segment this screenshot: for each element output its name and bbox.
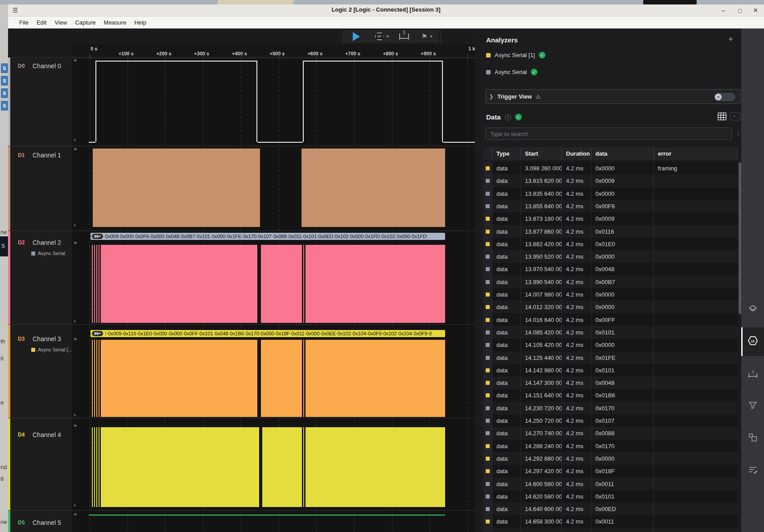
terminal-view-icon[interactable]: >_	[730, 112, 740, 120]
table-row[interactable]: data14.105 420 000 s4.2 ms0x0000	[483, 338, 738, 351]
waveform-burst	[92, 245, 102, 323]
annotations-icon[interactable]	[741, 457, 764, 485]
windows-icon[interactable]	[741, 424, 764, 453]
menu-capture[interactable]: Capture	[71, 16, 99, 29]
channel-analyzer-sublabel[interactable]: Async Serial [...	[31, 347, 72, 352]
analyzer-item[interactable]: Async Serial✓	[486, 69, 537, 75]
table-row[interactable]: data14.085 420 000 s4.2 ms0x0101	[483, 326, 738, 339]
table-row[interactable]: data14.270 740 000 s4.2 ms0x0088	[483, 427, 738, 440]
trigger-view-row[interactable]: ❯ Trigger View ⚠ ✕	[485, 89, 740, 104]
menu-measure[interactable]: Measure	[100, 16, 131, 29]
channel-name-label[interactable]: Channel 3	[33, 335, 61, 342]
measure-icon[interactable]: 3	[741, 361, 764, 389]
analyzer-hex-icon[interactable]: 1F	[741, 327, 764, 356]
ruler-tick-label: +800 s	[383, 51, 398, 56]
filter-icon-glyph	[748, 400, 758, 412]
table-row[interactable]: data13.855 640 000 s4.2 ms0x00F6	[483, 200, 738, 213]
table-header-duration[interactable]: Duration	[562, 147, 591, 160]
table-row[interactable]: data13.815 620 000 s4.2 ms0x0009	[483, 174, 738, 187]
channel-analyzer-sublabel[interactable]: Async Serial	[31, 251, 65, 256]
channel-name-label[interactable]: Channel 4	[33, 431, 61, 438]
table-row[interactable]: data14.230 720 000 s4.2 ms0x0170	[483, 402, 738, 415]
table-row[interactable]: data14.142 980 000 s4.2 ms0x0101	[483, 364, 738, 377]
table-row[interactable]: data14.250 720 000 s4.2 ms0x0107	[483, 414, 738, 427]
waveform-canvas[interactable]: 99+0x009·0x000·0x0F6·0x000·0x048·0x0B7·0…	[72, 58, 475, 532]
channel-name-label[interactable]: Channel 0	[33, 62, 61, 70]
table-row[interactable]: data13.882 420 000 s4.2 ms0x01E0	[483, 238, 738, 251]
table-row[interactable]: data14.620 580 000 s4.2 ms0x0101	[483, 490, 738, 503]
channel-color-stripe	[8, 231, 10, 324]
table-row[interactable]: data14.147 300 000 s4.2 ms0x0048	[483, 376, 738, 389]
table-row[interactable]: data13.950 520 000 s4.2 ms0x0000	[483, 250, 738, 263]
analyzer-item[interactable]: Async Serial [1]✓	[486, 52, 545, 58]
table-cell-duration: 4.2 ms	[562, 225, 591, 238]
table-row[interactable]: data13.835 640 000 s4.2 ms0x0000	[483, 187, 738, 200]
table-row[interactable]: data13.873 180 000 s4.2 ms0x0009	[483, 212, 738, 225]
table-header-type[interactable]: Type	[492, 147, 521, 160]
table-row[interactable]: data13.970 540 000 s4.2 ms0x0048	[483, 263, 738, 276]
channel-id-label[interactable]: D3	[18, 336, 25, 342]
table-cell-type: data	[492, 515, 521, 528]
table-row[interactable]: data14.600 580 000 s4.2 ms0x0011	[483, 478, 738, 491]
channel-color-stripe	[8, 325, 10, 418]
table-row[interactable]: data14.658 300 000 s4.2 ms0x0011	[483, 515, 738, 528]
table-row[interactable]: data14.012 320 000 s4.2 ms0x0000	[483, 301, 738, 313]
menu-edit[interactable]: Edit	[33, 16, 50, 29]
measure-tool-button[interactable]: 3	[394, 30, 414, 43]
timeline-ruler[interactable]: 0 s1 ks+100 s+200 s+300 s+400 s+500 s+60…	[72, 44, 475, 58]
low-marker: L	[74, 503, 76, 507]
table-header-error[interactable]: error	[654, 147, 738, 160]
channel-name-label[interactable]: Channel 5	[33, 519, 61, 526]
window-titlebar[interactable]: ☰ Logic 2 [Logic - Connected] [Session 3…	[8, 4, 764, 16]
channel-id-label[interactable]: D1	[18, 152, 25, 158]
analyzer-annotation-bar[interactable]: 99+!·0x009·0x116·0x1E0·0x000·0x000·0x0FF…	[91, 330, 445, 337]
channel-id-label[interactable]: D4	[18, 432, 25, 438]
kebab-menu-icon[interactable]: ⋮	[735, 130, 741, 136]
menu-help[interactable]: Help	[130, 16, 150, 29]
channel-id-label[interactable]: D0	[18, 63, 25, 69]
table-cell-duration: 4.2 ms	[562, 212, 591, 225]
add-analyzer-button[interactable]: +	[728, 35, 733, 44]
table-cell-error	[654, 402, 738, 415]
table-row[interactable]: data14.288 240 000 s4.2 ms0x0170	[483, 440, 738, 453]
table-row[interactable]: data14.640 600 000 s4.2 ms0x00ED	[483, 503, 738, 516]
search-input[interactable]: Type to search	[485, 128, 732, 140]
table-row[interactable]: data14.292 880 000 s4.2 ms0x0000	[483, 452, 738, 465]
table-row[interactable]: data13.990 540 000 s4.2 ms0x00B7	[483, 276, 738, 289]
menu-file[interactable]: File	[15, 16, 33, 29]
channel-name-label[interactable]: Channel 1	[33, 152, 61, 159]
waveform-burst	[92, 340, 102, 417]
row-analyzer-icon	[486, 520, 490, 524]
waveform-high-block	[262, 427, 301, 507]
flag-tool-button[interactable]: ⚑ ▼	[416, 30, 439, 43]
filter-icon[interactable]	[741, 392, 764, 421]
minimize-button[interactable]: –	[718, 6, 729, 15]
table-row[interactable]: data14.125 440 000 s4.2 ms0x01FE	[483, 351, 738, 364]
start-capture-button[interactable]	[342, 30, 371, 43]
analyzer-mode-button[interactable]: 1F ▼	[372, 30, 392, 43]
help-icon[interactable]: ?	[505, 114, 511, 120]
table-row[interactable]: data14.007 980 000 s4.2 ms0x0000	[483, 288, 738, 301]
table-header-data[interactable]: data	[591, 147, 654, 160]
analyzer-color-icon	[31, 252, 35, 256]
data-table[interactable]: TypeStartDurationdataerrordata3.098 260 …	[483, 147, 738, 532]
menu-view[interactable]: View	[50, 16, 71, 29]
table-row[interactable]: data14.151 640 000 s4.2 ms0x01B6	[483, 389, 738, 402]
trigger-close-button[interactable]: ✕	[714, 93, 735, 101]
channel-name-label[interactable]: Channel 2	[33, 239, 61, 246]
table-row[interactable]: data3.098 260 000 s4.2 ms0x0000framing	[483, 162, 738, 175]
table-view-icon[interactable]	[718, 112, 727, 120]
table-row[interactable]: data14.297 420 000 s4.2 ms0x018F	[483, 465, 738, 478]
waveform-high-block	[301, 148, 445, 227]
table-row[interactable]: data13.877 860 000 s4.2 ms0x0116	[483, 225, 738, 238]
channel-id-label[interactable]: D5	[18, 520, 25, 526]
channel-id-label[interactable]: D2	[18, 239, 25, 246]
table-row[interactable]: data14.662 980 000 s4.2 ms0x0000	[483, 528, 738, 532]
close-button[interactable]: ✕	[750, 6, 761, 15]
analyzer-annotation-bar[interactable]: 99+0x009·0x000·0x0F6·0x000·0x048·0x0B7·0…	[91, 233, 445, 240]
table-header-start[interactable]: Start	[521, 147, 562, 160]
maximize-button[interactable]: ▢	[735, 6, 745, 15]
layers-icon[interactable]	[741, 295, 764, 324]
table-row[interactable]: data14.016 640 000 s4.2 ms0x00FF	[483, 313, 738, 326]
table-cell-type: data	[492, 200, 521, 213]
